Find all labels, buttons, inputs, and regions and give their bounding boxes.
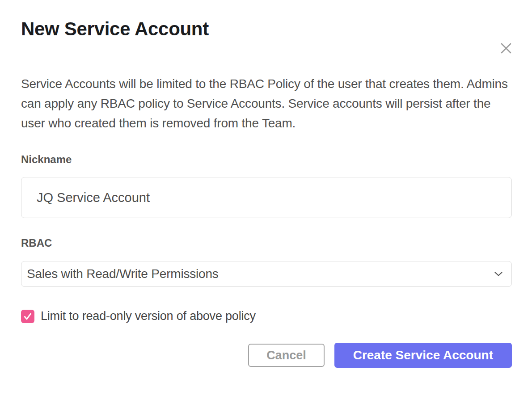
nickname-label: Nickname — [21, 153, 512, 166]
readonly-checkbox[interactable] — [21, 310, 34, 323]
close-button[interactable] — [499, 41, 513, 55]
close-icon — [499, 42, 513, 55]
rbac-label: RBAC — [21, 236, 512, 250]
chevron-down-icon — [494, 272, 502, 277]
nickname-input[interactable] — [21, 177, 512, 218]
limit-readonly-row: Limit to read-only version of above poli… — [21, 309, 512, 323]
rbac-select[interactable]: Sales with Read/Write Permissions — [21, 261, 512, 287]
create-service-account-button[interactable]: Create Service Account — [334, 343, 512, 368]
checkmark-icon — [23, 311, 33, 321]
new-service-account-modal: New Service Account Service Accounts wil… — [0, 19, 532, 404]
modal-actions: Cancel Create Service Account — [21, 343, 512, 368]
modal-description: Service Accounts will be limited to the … — [21, 74, 512, 133]
readonly-checkbox-label[interactable]: Limit to read-only version of above poli… — [41, 309, 256, 323]
rbac-selected-value: Sales with Read/Write Permissions — [27, 267, 219, 281]
cancel-button[interactable]: Cancel — [248, 344, 325, 367]
modal-title: New Service Account — [21, 19, 512, 39]
